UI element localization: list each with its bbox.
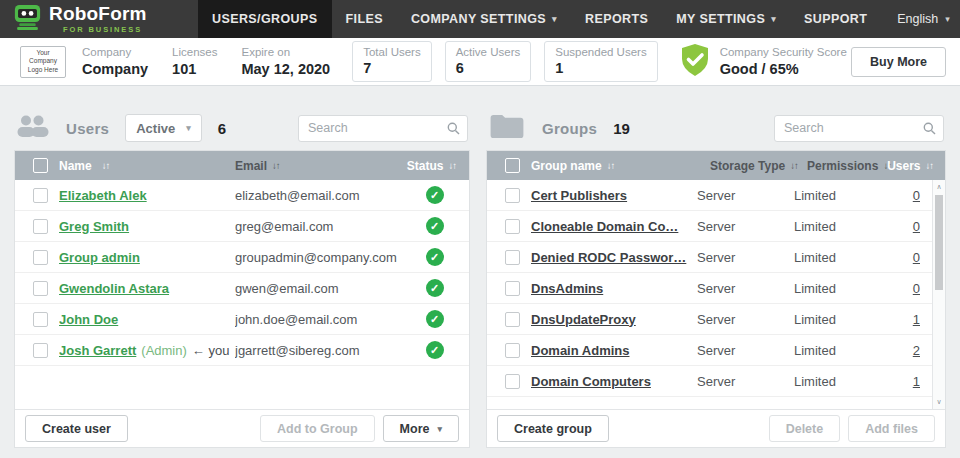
brand-tagline: FOR BUSINESS xyxy=(63,25,147,34)
user-email: john.doe@email.com xyxy=(235,312,408,327)
group-name-link[interactable]: DnsAdmins xyxy=(531,281,603,296)
column-header-email[interactable]: Email↓↑ xyxy=(235,159,408,173)
row-checkbox[interactable] xyxy=(505,281,520,296)
user-name-link[interactable]: Josh Garrett xyxy=(59,343,136,358)
stat-label: Licenses xyxy=(172,45,217,59)
groups-scrollbar[interactable]: ∧ ∨ xyxy=(932,180,945,409)
groups-panel-header: Groups 19 xyxy=(486,106,946,150)
table-row: Group admingroupadmin@company.com✓ xyxy=(15,242,469,273)
group-name-link[interactable]: Denied RODC Passwor… xyxy=(531,250,686,265)
column-label: Permissions xyxy=(807,159,878,173)
buy-more-button[interactable]: Buy More xyxy=(851,47,946,77)
scrollbar-thumb[interactable] xyxy=(935,195,943,290)
row-checkbox[interactable] xyxy=(505,188,520,203)
users-icon xyxy=(16,114,50,142)
more-button-label: More xyxy=(400,422,430,436)
create-user-button[interactable]: Create user xyxy=(25,415,128,442)
nav-item-label: REPORTS xyxy=(585,12,648,26)
group-storage-type: Server xyxy=(697,250,794,265)
row-checkbox[interactable] xyxy=(505,250,520,265)
users-filter-label: Active xyxy=(136,121,175,136)
status-cell: ✓ xyxy=(408,186,469,204)
stat-label: Expire on xyxy=(241,45,330,59)
row-checkbox[interactable] xyxy=(33,312,48,327)
add-files-button[interactable]: Add files xyxy=(848,415,935,442)
status-cell: ✓ xyxy=(408,279,469,297)
group-users-count-link[interactable]: 0 xyxy=(913,250,920,265)
checkbox-cell xyxy=(15,312,59,327)
column-label: Email xyxy=(235,159,267,173)
select-all-checkbox[interactable] xyxy=(33,158,48,173)
table-row: DnsUpdateProxyServerLimited1 xyxy=(487,304,932,335)
user-name-link[interactable]: Elizabeth Alek xyxy=(59,188,147,203)
user-email: jgarrett@sibereg.com xyxy=(235,343,408,358)
group-users-count-link[interactable]: 0 xyxy=(913,188,920,203)
roboform-logo[interactable]: RoboForm FOR BUSINESS xyxy=(0,0,198,38)
user-name-link[interactable]: John Doe xyxy=(59,312,118,327)
stat-value: Company xyxy=(82,61,148,77)
group-name-cell: DnsAdmins xyxy=(531,281,697,296)
sort-icon: ↓↑ xyxy=(607,160,615,171)
groups-table-rows: Cert PublishersServerLimited0Cloneable D… xyxy=(487,180,945,409)
row-checkbox[interactable] xyxy=(33,281,48,296)
column-header-name[interactable]: Name↓↑ xyxy=(59,159,235,173)
row-checkbox[interactable] xyxy=(505,312,520,327)
table-row: Gwendolin Astaragwen@email.com✓ xyxy=(15,273,469,304)
group-name-link[interactable]: Domain Admins xyxy=(531,343,629,358)
group-users-cell: 0 xyxy=(887,219,932,234)
column-header-users[interactable]: Users↓↑ xyxy=(900,159,945,173)
groups-panel-title: Groups xyxy=(542,120,597,137)
row-checkbox[interactable] xyxy=(33,343,48,358)
scroll-down-icon[interactable]: ∨ xyxy=(933,398,945,406)
create-group-button[interactable]: Create group xyxy=(497,415,609,442)
delete-button[interactable]: Delete xyxy=(769,415,841,442)
groups-panel-footer: Create group Delete Add files xyxy=(487,409,945,447)
row-checkbox[interactable] xyxy=(33,219,48,234)
row-checkbox[interactable] xyxy=(505,374,520,389)
user-name-link[interactable]: Group admin xyxy=(59,250,140,265)
group-users-count-link[interactable]: 1 xyxy=(913,312,920,327)
add-to-group-button[interactable]: Add to Group xyxy=(260,415,375,442)
nav-item-my-settings[interactable]: MY SETTINGS▾ xyxy=(662,0,790,38)
group-permissions: Limited xyxy=(794,343,887,358)
column-header-storage-type[interactable]: Storage Type↓↑ xyxy=(710,159,807,173)
group-users-count-link[interactable]: 0 xyxy=(913,281,920,296)
column-header-group-name[interactable]: Group name↓↑ xyxy=(531,159,710,173)
group-name-link[interactable]: Domain Computers xyxy=(531,374,651,389)
groups-search-input[interactable] xyxy=(774,115,944,142)
you-note: ← you xyxy=(192,343,230,358)
group-name-link[interactable]: Cert Publishers xyxy=(531,188,627,203)
nav-item-users-groups[interactable]: USERS/GROUPS xyxy=(198,0,332,38)
checkbox-cell xyxy=(487,250,531,265)
nav-menu: USERS/GROUPSFILESCOMPANY SETTINGS▾REPORT… xyxy=(198,0,881,38)
group-name-link[interactable]: DnsUpdateProxy xyxy=(531,312,636,327)
language-selector[interactable]: English ▾ xyxy=(881,0,960,38)
row-checkbox[interactable] xyxy=(33,188,48,203)
status-cell: ✓ xyxy=(408,341,469,359)
more-button[interactable]: More ▾ xyxy=(383,415,459,442)
nav-item-files[interactable]: FILES xyxy=(332,0,397,38)
checkbox-cell xyxy=(15,188,59,203)
nav-item-company-settings[interactable]: COMPANY SETTINGS▾ xyxy=(397,0,571,38)
row-checkbox[interactable] xyxy=(33,250,48,265)
scroll-up-icon[interactable]: ∧ xyxy=(933,183,945,191)
nav-item-support[interactable]: SUPPORT xyxy=(790,0,881,38)
table-row: Cloneable Domain Co…ServerLimited0 xyxy=(487,211,932,242)
user-name-link[interactable]: Greg Smith xyxy=(59,219,129,234)
stat-licenses: Licenses101 xyxy=(172,45,217,78)
column-header-permissions[interactable]: Permissions↓↑ xyxy=(807,159,900,173)
column-header-status[interactable]: Status↓↑ xyxy=(408,159,469,173)
nav-item-reports[interactable]: REPORTS xyxy=(571,0,662,38)
group-name-link[interactable]: Cloneable Domain Co… xyxy=(531,219,678,234)
users-search-input[interactable] xyxy=(298,115,468,142)
user-name-link[interactable]: Gwendolin Astara xyxy=(59,281,169,296)
row-checkbox[interactable] xyxy=(505,219,520,234)
group-users-cell: 0 xyxy=(887,250,932,265)
select-all-checkbox[interactable] xyxy=(505,158,520,173)
group-name-cell: Domain Admins xyxy=(531,343,697,358)
users-filter-dropdown[interactable]: Active ▾ xyxy=(125,114,202,142)
group-users-count-link[interactable]: 0 xyxy=(913,219,920,234)
group-users-count-link[interactable]: 1 xyxy=(913,374,920,389)
group-users-count-link[interactable]: 2 xyxy=(913,343,920,358)
row-checkbox[interactable] xyxy=(505,343,520,358)
